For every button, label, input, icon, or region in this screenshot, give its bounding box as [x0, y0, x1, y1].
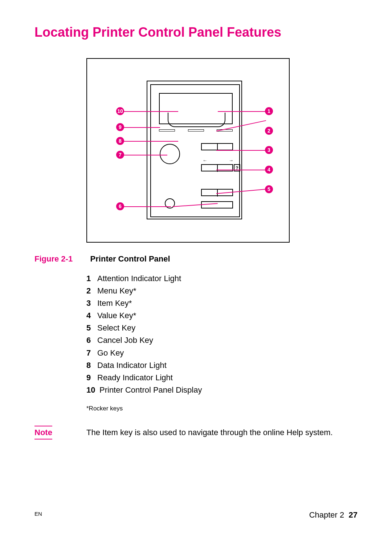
callout-4: 4 [265, 166, 273, 174]
data-light-icon [188, 129, 204, 131]
note-label: Note [34, 426, 52, 439]
list-item: 9Ready Indicator Light [86, 372, 202, 384]
display-curve [168, 113, 225, 127]
callout-line [124, 141, 178, 142]
footer-right: Chapter 2 27 [309, 510, 358, 520]
page-title: Locating Printer Control Panel Features [34, 25, 281, 40]
legend-text: Menu Key* [97, 285, 136, 297]
list-item: 6Cancel Job Key [86, 334, 202, 347]
legend-text: Value Key* [97, 309, 136, 322]
callout-line [124, 111, 178, 112]
list-item: 4Value Key* [86, 309, 202, 322]
figure-label: Figure 2-1 [34, 254, 73, 263]
legend-text: Cancel Job Key [97, 334, 153, 347]
footer-language: EN [34, 511, 42, 517]
list-item: 1Attention Indicator Light [86, 272, 202, 285]
ready-light-icon [159, 129, 175, 131]
page: Locating Printer Control Panel Features … [0, 0, 392, 543]
footnote: *Rocker keys [86, 405, 123, 412]
callout-line [124, 127, 160, 128]
arrow-right-icon: → [229, 158, 233, 163]
menu-key-icon [201, 143, 233, 150]
list-item: 8Data Indicator Light [86, 359, 202, 372]
list-item: 3Item Key* [86, 297, 202, 309]
callout-8: 8 [116, 137, 124, 145]
callout-line [124, 206, 171, 207]
figure-title: Printer Control Panel [90, 254, 170, 263]
callout-5: 5 [265, 185, 273, 193]
list-item: 7Go Key [86, 347, 202, 359]
callout-line [218, 111, 266, 112]
callout-line [124, 155, 167, 155]
item-key-icon [201, 164, 233, 171]
callout-3: 3 [265, 146, 273, 154]
legend-list: 1Attention Indicator Light 2Menu Key* 3I… [86, 272, 202, 396]
note-text: The Item key is also used to navigate th… [86, 428, 362, 437]
legend-text: Item Key* [97, 297, 132, 309]
legend-text: Printer Control Panel Display [99, 384, 202, 396]
callout-7: 7 [116, 151, 124, 159]
legend-text: Go Key [97, 347, 124, 359]
figure-caption: Figure 2-1 Printer Control Panel [34, 254, 361, 264]
callout-2: 2 [265, 127, 273, 135]
legend-text: Attention Indicator Light [97, 272, 181, 285]
callout-1: 1 [265, 107, 273, 115]
footer-chapter: Chapter 2 [309, 510, 344, 519]
list-item: 5Select Key [86, 322, 202, 334]
callout-9: 9 [116, 123, 124, 131]
go-key-icon [160, 144, 180, 164]
select-key-icon [201, 201, 233, 208]
callout-10: 10 [116, 107, 124, 115]
page-number: 27 [349, 510, 358, 519]
display-icon [159, 93, 233, 124]
legend-text: Data Indicator Light [97, 359, 167, 372]
list-item: 10Printer Control Panel Display [86, 384, 202, 396]
arrow-left-icon: ← [203, 158, 207, 163]
panel-inner: ← → ? [150, 84, 240, 217]
legend-text: Select Key [97, 322, 135, 334]
figure-frame: 1 2 3 4 5 6 7 8 9 10 [86, 58, 290, 243]
callout-line [216, 150, 267, 151]
callout-6: 6 [116, 202, 124, 210]
list-item: 2Menu Key* [86, 285, 202, 297]
callout-line [216, 170, 267, 170]
legend-text: Ready Indicator Light [97, 372, 173, 384]
help-icon: ? [234, 164, 240, 171]
